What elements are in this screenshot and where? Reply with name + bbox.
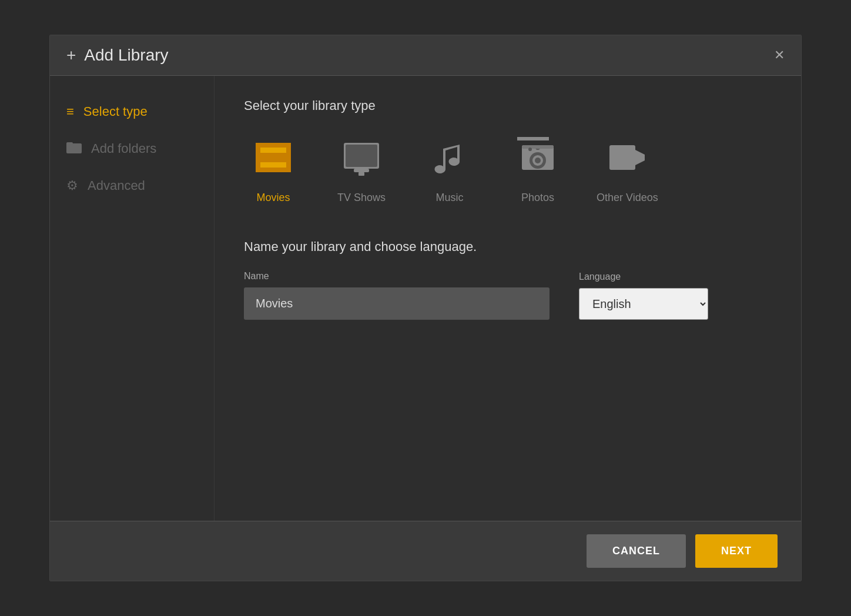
tvshows-label: TV Shows: [337, 192, 386, 204]
photos-icon: [517, 137, 558, 183]
svg-rect-3: [256, 143, 260, 172]
tvshows-icon: [341, 137, 382, 183]
form-section-title: Name your library and choose language.: [244, 239, 772, 255]
gear-icon: ⚙: [66, 178, 78, 193]
svg-rect-11: [359, 172, 364, 176]
close-button[interactable]: ✕: [774, 49, 785, 62]
library-type-photos[interactable]: Photos: [508, 137, 567, 204]
main-content: Select your library type: [215, 76, 801, 521]
library-type-othervideos[interactable]: Other Videos: [597, 137, 658, 204]
language-select[interactable]: English French German Spanish Japanese C…: [579, 288, 708, 320]
dialog-title: Add Library: [84, 46, 168, 65]
svg-rect-4: [286, 143, 291, 172]
music-icon: [429, 137, 470, 183]
svg-rect-20: [609, 145, 635, 170]
sidebar-item-select-type[interactable]: ≡ Select type: [50, 93, 214, 130]
library-type-movies[interactable]: Movies: [244, 137, 303, 204]
sidebar-label-add-folders: Add folders: [91, 141, 156, 156]
movies-label: Movies: [256, 192, 290, 204]
library-types: Movies TV Shows: [244, 137, 772, 204]
othervideos-label: Other Videos: [597, 192, 658, 204]
next-button[interactable]: NEXT: [695, 534, 778, 568]
library-type-tvshows[interactable]: TV Shows: [332, 137, 391, 204]
svg-rect-7: [260, 153, 286, 162]
sidebar-item-advanced[interactable]: ⚙ Advanced: [50, 168, 214, 204]
footer: CANCEL NEXT: [50, 521, 801, 581]
svg-rect-15: [522, 145, 554, 149]
section-title: Select your library type: [244, 98, 772, 113]
music-label: Music: [435, 192, 463, 204]
form-row: Name Language English French German Span…: [244, 271, 772, 320]
svg-point-18: [535, 158, 541, 163]
sidebar-item-add-folders[interactable]: Add folders: [50, 130, 214, 168]
language-group: Language English French German Spanish J…: [579, 272, 708, 320]
title-bar: + Add Library ✕: [50, 35, 801, 76]
sidebar-label-select-type: Select type: [83, 104, 148, 119]
sidebar-label-advanced: Advanced: [88, 178, 145, 193]
photos-label: Photos: [521, 192, 554, 204]
add-library-dialog: + Add Library ✕ ≡ Select type Add folder…: [49, 35, 802, 581]
menu-icon: ≡: [66, 104, 74, 119]
svg-rect-14: [517, 137, 549, 140]
dialog-body: ≡ Select type Add folders ⚙ Advanced Sel…: [50, 76, 801, 521]
name-label: Name: [244, 271, 550, 282]
movies-icon: [253, 137, 294, 183]
library-type-music[interactable]: Music: [420, 137, 479, 204]
sidebar: ≡ Select type Add folders ⚙ Advanced: [50, 76, 215, 521]
svg-point-19: [528, 148, 532, 151]
name-group: Name: [244, 271, 550, 320]
language-label: Language: [579, 272, 708, 282]
svg-rect-9: [346, 145, 377, 167]
svg-rect-5: [260, 143, 286, 148]
svg-rect-10: [354, 169, 369, 172]
plus-icon: +: [66, 47, 76, 63]
svg-rect-1: [66, 142, 73, 145]
svg-marker-21: [635, 150, 645, 165]
cancel-button[interactable]: CANCEL: [587, 534, 686, 568]
folder-icon: [66, 140, 82, 157]
name-input[interactable]: [244, 287, 550, 320]
othervideos-icon: [607, 137, 648, 183]
svg-rect-6: [260, 168, 286, 172]
